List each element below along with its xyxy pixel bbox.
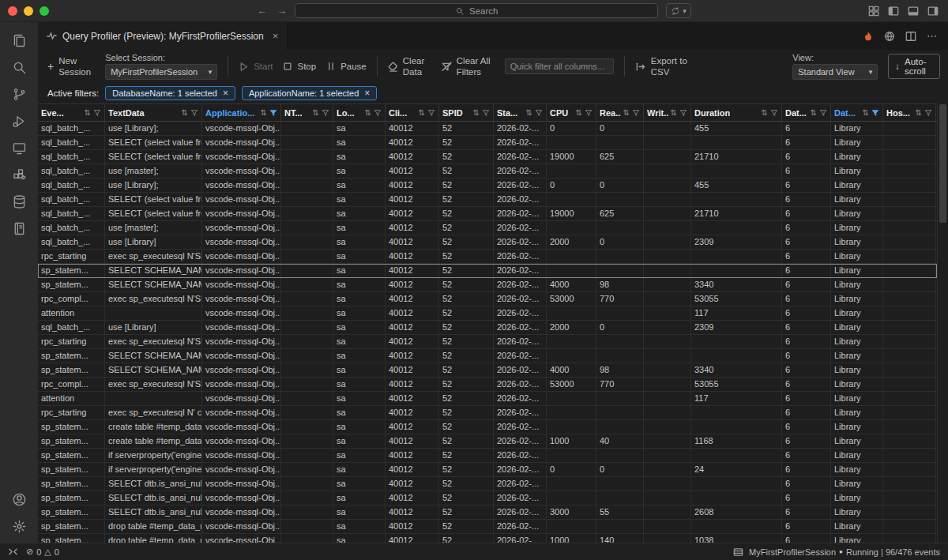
column-header[interactable]: Dat...⇅ <box>782 104 831 121</box>
globe-icon[interactable] <box>884 31 895 42</box>
vertical-scrollbar[interactable] <box>937 103 948 543</box>
start-button[interactable]: Start <box>239 61 273 72</box>
zoom-window-button[interactable] <box>40 6 49 16</box>
session-select[interactable]: MyFirstProfilerSession ▾ <box>105 64 217 80</box>
table-row[interactable]: sql_batch_...use [master];vscode-mssql-O… <box>38 221 937 235</box>
table-row[interactable]: sql_batch_...SELECT (select value from .… <box>38 136 937 150</box>
activity-item-account[interactable] <box>0 486 38 513</box>
table-row[interactable]: sql_batch_...SELECT (select value from .… <box>38 150 937 164</box>
sort-icon[interactable]: ⇅ <box>313 108 319 117</box>
table-row[interactable]: sp_statem...drop table #temp_data_ret...… <box>38 520 937 534</box>
filter-icon[interactable] <box>819 109 827 117</box>
table-row[interactable]: sp_statem...if serverproperty('enginee..… <box>38 449 937 463</box>
sort-icon[interactable]: ⇅ <box>762 108 768 117</box>
table-row[interactable]: sql_batch_...use [Library];vscode-mssql-… <box>38 122 937 136</box>
filter-chip[interactable]: ApplicationName: 1 selected× <box>242 86 377 100</box>
activity-item-remote-explorer[interactable] <box>0 134 38 161</box>
sort-icon[interactable]: ⇅ <box>623 108 630 117</box>
activity-item-explorer[interactable] <box>0 27 38 54</box>
stop-button[interactable]: Stop <box>283 61 316 72</box>
table-row[interactable]: attentionvscode-mssql-Obj...sa4001252202… <box>38 392 937 406</box>
table-row[interactable]: sp_statem...SELECT SCHEMA_NAME(t...vscod… <box>38 349 937 363</box>
filter-icon[interactable] <box>535 109 543 117</box>
split-editor-icon[interactable] <box>905 31 916 42</box>
activity-item-settings-gear[interactable] <box>0 513 38 539</box>
tab-close-icon[interactable]: × <box>273 30 279 42</box>
clear-all-filters-button[interactable]: Clear All Filters <box>442 55 495 78</box>
toggle-panel-icon[interactable] <box>908 6 919 17</box>
table-row[interactable]: sql_batch_...use [Library]vscode-mssql-O… <box>38 321 937 335</box>
table-row[interactable]: sql_batch_...SELECT (select value from .… <box>38 207 937 221</box>
scrollbar-thumb[interactable] <box>939 104 946 223</box>
sort-icon[interactable]: ⇅ <box>671 108 677 117</box>
table-row[interactable]: rpc_startingexec sp_executesql N'SEL...v… <box>38 250 937 264</box>
export-csv-button[interactable]: Export to CSV <box>635 55 695 78</box>
pause-button[interactable]: Pause <box>326 61 367 72</box>
filter-icon[interactable] <box>482 109 490 117</box>
column-header[interactable]: CPU⇅ <box>547 104 596 121</box>
toggle-secondary-sidebar-icon[interactable] <box>927 6 939 17</box>
toggle-primary-sidebar-icon[interactable] <box>888 6 899 17</box>
filter-icon[interactable] <box>427 109 435 117</box>
activity-item-notebook[interactable] <box>0 215 38 242</box>
tab-query-profiler[interactable]: Query Profiler (Preview): MyFirstProfile… <box>38 22 288 50</box>
layout-control-toggle[interactable]: ▾ <box>666 3 691 18</box>
sort-icon[interactable]: ⇅ <box>182 108 188 117</box>
activity-item-run-debug[interactable] <box>0 107 38 134</box>
column-header[interactable]: Rea...⇅ <box>596 104 644 121</box>
sort-icon[interactable]: ⇅ <box>473 108 480 117</box>
sort-icon[interactable]: ⇅ <box>85 108 91 117</box>
table-row[interactable]: sp_statem...if serverproperty('enginee..… <box>38 463 937 477</box>
filter-icon[interactable] <box>924 109 932 117</box>
table-row[interactable]: sql_batch_...use [master];vscode-mssql-O… <box>38 164 937 179</box>
column-header[interactable]: Dat...⇅ <box>831 104 883 121</box>
column-header[interactable]: Duration⇅ <box>691 104 782 121</box>
table-row[interactable]: sp_statem...SELECT dtb.is_ansi_null_d...… <box>38 506 937 520</box>
filter-chip[interactable]: DatabaseName: 1 selected× <box>105 86 235 100</box>
table-row[interactable]: sp_statem...create table #temp_data_r...… <box>38 434 937 449</box>
sort-icon[interactable]: ⇅ <box>863 108 869 117</box>
column-header[interactable]: Hos...⇅ <box>883 104 936 121</box>
chip-close-icon[interactable]: × <box>364 88 370 99</box>
customize-layout-icon[interactable] <box>868 6 879 17</box>
view-select[interactable]: Standard View ▾ <box>792 64 878 80</box>
column-header[interactable]: NT...⇅ <box>281 104 333 121</box>
column-header[interactable]: Eve...⇅ <box>38 104 105 121</box>
minimize-window-button[interactable] <box>24 6 33 16</box>
column-header[interactable]: Lo...⇅ <box>333 104 386 121</box>
table-row[interactable]: sp_statem...drop table #temp_data_ret...… <box>38 534 937 543</box>
clear-data-button[interactable]: Clear Data <box>388 55 431 78</box>
column-header[interactable]: Cli...⇅ <box>386 104 439 121</box>
table-row[interactable]: rpc_compl...exec sp_executesql N'SEL...v… <box>38 378 937 392</box>
table-row[interactable]: sp_statem...create table #temp_data_r...… <box>38 420 937 434</box>
column-header[interactable]: TextData⇅ <box>105 104 202 121</box>
quick-filter-input[interactable] <box>505 58 614 74</box>
activity-item-database[interactable] <box>0 188 38 215</box>
column-header[interactable]: Applicatio...⇅ <box>202 104 281 121</box>
filter-icon[interactable] <box>374 109 382 117</box>
table-row[interactable]: sql_batch_...use [Library]vscode-mssql-O… <box>38 235 937 250</box>
filter-icon[interactable] <box>585 109 592 117</box>
filter-icon[interactable] <box>871 109 879 117</box>
column-header[interactable]: Writ...⇅ <box>644 104 691 121</box>
remote-indicator[interactable] <box>8 547 18 556</box>
table-row[interactable]: sp_statem...SELECT dtb.is_ansi_null_d...… <box>38 477 937 491</box>
forward-button[interactable]: → <box>276 5 287 17</box>
filter-icon[interactable] <box>269 109 277 117</box>
table-row[interactable]: sp_statem...SELECT SCHEMA_NAME(t...vscod… <box>38 264 937 278</box>
filter-icon[interactable] <box>190 109 198 117</box>
column-header[interactable]: SPID⇅ <box>439 104 494 121</box>
table-row[interactable]: sql_batch_...use [Library];vscode-mssql-… <box>38 179 937 193</box>
filter-icon[interactable] <box>679 109 687 117</box>
table-row[interactable]: sp_statem...SELECT SCHEMA_NAME(t...vscod… <box>38 363 937 378</box>
more-actions-icon[interactable]: ⋯ <box>927 30 938 42</box>
chip-close-icon[interactable]: × <box>223 88 228 99</box>
flame-icon[interactable] <box>863 31 874 42</box>
back-button[interactable]: ← <box>257 5 267 17</box>
sort-icon[interactable]: ⇅ <box>365 108 371 117</box>
sort-icon[interactable]: ⇅ <box>526 108 532 117</box>
table-row[interactable]: rpc_startingexec sp_executesql N'SEL...v… <box>38 335 937 349</box>
sort-icon[interactable]: ⇅ <box>261 108 267 117</box>
table-row[interactable]: rpc_compl...exec sp_executesql N'SEL...v… <box>38 292 937 306</box>
activity-item-source-control[interactable] <box>0 81 38 107</box>
